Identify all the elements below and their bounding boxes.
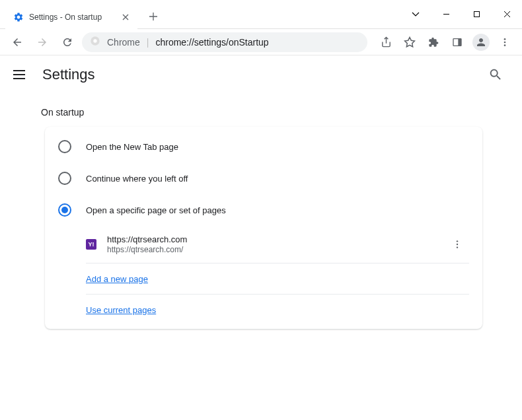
- svg-rect-5: [458, 38, 461, 46]
- radio-label: Continue where you left off: [86, 174, 188, 184]
- hamburger-menu-button[interactable]: [13, 67, 29, 83]
- settings-header: Settings: [0, 55, 522, 94]
- gear-icon: [13, 12, 24, 22]
- chrome-logo-icon: [90, 36, 100, 48]
- radio-icon: [58, 140, 71, 153]
- address-bar[interactable]: Chrome | chrome://settings/onStartup: [82, 32, 367, 52]
- window-title-bar: Settings - On startup: [0, 0, 522, 29]
- svg-point-11: [457, 246, 458, 248]
- avatar-icon: [472, 34, 490, 51]
- section-title: On startup: [41, 107, 522, 118]
- use-current-row: Use current pages: [86, 295, 469, 325]
- radio-label: Open the New Tab page: [86, 142, 178, 152]
- extensions-icon[interactable]: [423, 32, 444, 53]
- close-icon[interactable]: [120, 12, 131, 22]
- svg-rect-0: [474, 12, 479, 17]
- radio-icon: [58, 172, 71, 185]
- sidepanel-icon[interactable]: [447, 32, 468, 53]
- reload-button[interactable]: [57, 32, 78, 53]
- startup-options-card: Open the New Tab page Continue where you…: [45, 127, 482, 329]
- page-title-text: https://qtrsearch.com: [107, 234, 435, 244]
- radio-option-continue[interactable]: Continue where you left off: [45, 162, 482, 194]
- bookmark-icon[interactable]: [399, 32, 420, 53]
- minimize-button[interactable]: [431, 4, 461, 25]
- startup-pages-list: Y! https://qtrsearch.com https://qtrsear…: [45, 226, 482, 325]
- radio-option-specific-page[interactable]: Open a specific page or set of pages: [45, 194, 482, 226]
- startup-page-row: Y! https://qtrsearch.com https://qtrsear…: [86, 226, 469, 263]
- page-url-text: https://qtrsearch.com/: [107, 245, 435, 254]
- share-icon[interactable]: [375, 32, 396, 53]
- forward-button[interactable]: [32, 32, 53, 53]
- svg-point-2: [93, 39, 96, 42]
- svg-point-6: [504, 38, 506, 40]
- back-button[interactable]: [7, 32, 28, 53]
- radio-icon-selected: [58, 203, 71, 217]
- address-url: chrome://settings/onStartup: [155, 37, 268, 48]
- new-tab-button[interactable]: [144, 7, 163, 26]
- svg-marker-3: [405, 37, 415, 46]
- search-button[interactable]: [482, 61, 509, 88]
- chevron-down-icon[interactable]: [400, 4, 431, 25]
- address-separator: |: [147, 37, 149, 48]
- yahoo-favicon-icon: Y!: [86, 239, 96, 250]
- radio-label: Open a specific page or set of pages: [86, 205, 226, 215]
- address-prefix: Chrome: [107, 37, 140, 48]
- browser-toolbar: Chrome | chrome://settings/onStartup: [0, 29, 522, 55]
- window-controls: [400, 4, 522, 25]
- add-page-link[interactable]: Add a new page: [86, 274, 148, 284]
- menu-icon[interactable]: [494, 32, 515, 53]
- close-button[interactable]: [492, 4, 522, 25]
- page-options-button[interactable]: [445, 232, 469, 256]
- maximize-button[interactable]: [461, 4, 492, 25]
- page-title: Settings: [42, 66, 95, 83]
- add-page-row: Add a new page: [86, 263, 469, 295]
- tab-title: Settings - On startup: [29, 13, 115, 22]
- settings-content: On startup Open the New Tab page Continu…: [0, 94, 522, 329]
- browser-tab[interactable]: Settings - On startup: [5, 5, 137, 29]
- svg-point-9: [457, 240, 458, 242]
- svg-point-10: [457, 244, 458, 245]
- svg-point-8: [504, 44, 506, 46]
- svg-point-7: [504, 41, 506, 43]
- use-current-pages-link[interactable]: Use current pages: [86, 305, 156, 315]
- profile-button[interactable]: [470, 32, 492, 53]
- radio-option-new-tab[interactable]: Open the New Tab page: [45, 131, 482, 162]
